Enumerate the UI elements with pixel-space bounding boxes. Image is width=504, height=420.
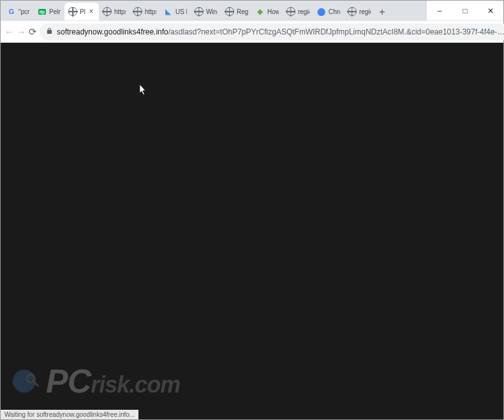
page-viewport: PCrisk.com Waiting for softreadynow.good… [1, 43, 503, 419]
tab-6[interactable]: Wind [191, 3, 221, 20]
window-controls: – □ ✕ [427, 1, 503, 20]
tab-title: "pcris [19, 8, 30, 15]
tab-title: regio [298, 8, 309, 15]
globe-icon [348, 7, 357, 16]
globe-icon [103, 7, 112, 16]
url-domain: softreadynow.goodlinks4free.info [57, 27, 168, 36]
url-path: /asdlasd?next=tOhP7pPYrCfizgASQtFmWIRDfJ… [168, 27, 504, 36]
close-window-button[interactable]: ✕ [478, 1, 503, 21]
tab-title: https: [145, 8, 156, 15]
new-tab-button[interactable]: + [374, 4, 390, 20]
url-text: softreadynow.goodlinks4free.info/asdlasd… [57, 27, 504, 36]
page-icon: ◣ [164, 7, 173, 16]
tab-1[interactable]: dp Pelny [34, 3, 64, 20]
tab-3[interactable]: https: [99, 3, 130, 20]
titlebar: G "pcris dp Pelny Pl × https: https: ◣ [1, 1, 503, 21]
tab-title: regio [359, 8, 371, 15]
diamond-icon: ◆ [256, 7, 265, 16]
browser-window: G "pcris dp Pelny Pl × https: https: ◣ [0, 0, 504, 420]
tab-title: Wind [206, 8, 218, 15]
tab-9[interactable]: regio [283, 3, 313, 20]
tab-5[interactable]: ◣ US Fr [160, 3, 191, 20]
tab-8[interactable]: ◆ How [252, 3, 283, 20]
tab-title: US Fr [175, 8, 187, 15]
address-bar[interactable]: softreadynow.goodlinks4free.info/asdlasd… [40, 24, 504, 40]
globe-icon [195, 7, 204, 16]
watermark-icon [10, 366, 41, 396]
globe-icon [133, 7, 142, 16]
globe-icon [225, 7, 234, 16]
chrome-icon: ⬤ [317, 7, 326, 16]
minimize-button[interactable]: – [427, 1, 452, 21]
close-tab-icon[interactable]: × [87, 8, 95, 15]
watermark-text: PCrisk.com [46, 362, 180, 400]
maximize-button[interactable]: □ [452, 1, 478, 21]
tab-strip: G "pcris dp Pelny Pl × https: https: ◣ [1, 1, 427, 20]
tab-7[interactable]: Regis [221, 3, 252, 20]
tab-title: Pelny [49, 8, 61, 15]
tab-11[interactable]: regio [344, 3, 374, 20]
dp-icon: dp [38, 7, 47, 16]
tab-title: How [267, 8, 279, 15]
tab-10[interactable]: ⬤ Chro [313, 3, 344, 20]
watermark: PCrisk.com [10, 362, 180, 400]
tab-title: Pl [80, 8, 85, 15]
globe-icon [286, 7, 295, 16]
tab-0[interactable]: G "pcris [3, 3, 34, 20]
watermark-main: PC [46, 362, 91, 400]
cursor-icon [140, 84, 147, 96]
status-bar: Waiting for softreadynow.goodlinks4free.… [1, 410, 138, 419]
back-button[interactable]: ← [4, 24, 14, 40]
tab-title: https: [114, 8, 126, 15]
lock-icon [46, 27, 53, 36]
toolbar: ← → ⟳ softreadynow.goodlinks4free.info/a… [1, 21, 503, 43]
google-icon: G [7, 7, 16, 16]
tab-title: Chro [329, 8, 340, 15]
tab-2-active[interactable]: Pl × [64, 3, 99, 20]
watermark-sub: risk.com [91, 371, 180, 398]
forward-button[interactable]: → [17, 24, 26, 40]
tab-title: Regis [237, 8, 248, 15]
reload-button[interactable]: ⟳ [29, 24, 37, 40]
tab-4[interactable]: https: [130, 3, 160, 20]
globe-icon [68, 7, 77, 16]
